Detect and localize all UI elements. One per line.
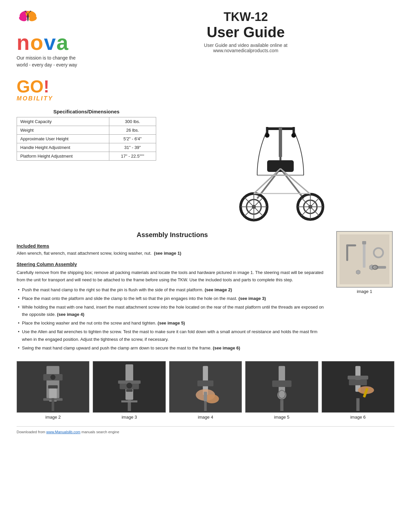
mobility-text: MOBILITY (17, 95, 53, 102)
assembly-text: Assembly Instructions Included Items All… (17, 231, 328, 353)
image1-box (336, 231, 393, 288)
spec-label: Weight Capacity (17, 117, 109, 126)
nova-logo: n o v a (17, 32, 68, 53)
svg-rect-80 (349, 379, 367, 385)
image1-label: image 1 (357, 289, 372, 294)
step-ref: (see image 3) (239, 296, 266, 301)
logo-letter-v: v (44, 32, 56, 53)
step-ref: (see image 4) (57, 312, 84, 317)
assembly-body: Carefully remove from the shipping box; … (17, 269, 328, 352)
bottom-img-label-4: image 4 (198, 415, 213, 420)
bottom-image-item: image 4 (169, 361, 242, 420)
bottom-img-box-2 (17, 361, 89, 413)
steering-column-title: Steering Column Assembly (17, 262, 328, 267)
bottom-image-item: image 2 (17, 361, 89, 420)
specs-row: Platform Height Adjustment17" - 22.5""" (17, 152, 156, 161)
bottom-images-section: image 2 image 3 (17, 361, 394, 420)
manualslib-link[interactable]: www.Manualslib.com (46, 430, 80, 434)
specs-table: Weight Capacity300 lbs.Weight26 lbs.Appr… (17, 117, 156, 161)
included-items-text: Allen wrench, flat wrench, mast attachme… (17, 250, 328, 257)
svg-rect-66 (197, 380, 213, 386)
spec-label: Weight (17, 126, 109, 135)
bottom-image-item: image 3 (93, 361, 165, 420)
bottom-img-label-6: image 6 (350, 415, 365, 420)
image1-svg (340, 234, 389, 284)
included-items-ref: (see image 1) (154, 251, 181, 256)
step-ref: (see image 2) (205, 287, 232, 292)
assembly-steps-list: Push the mast hand clamp to the right so… (17, 286, 328, 352)
logo-letter-n: n (17, 32, 30, 53)
svg-rect-39 (346, 244, 356, 246)
logo-letter-o: o (30, 32, 43, 53)
product-title: User Guide (97, 24, 394, 41)
svg-rect-41 (362, 241, 366, 244)
svg-rect-52 (48, 385, 58, 388)
assembly-intro: Carefully remove from the shipping box; … (17, 269, 328, 284)
svg-rect-40 (363, 241, 365, 268)
bottom-img-box-5 (245, 361, 318, 413)
svg-rect-69 (204, 392, 207, 401)
bottom-img-box-6 (322, 361, 394, 413)
svg-rect-81 (348, 375, 368, 379)
go-text: GO (17, 77, 44, 96)
bottom-img-label-5: image 5 (274, 415, 289, 420)
svg-rect-45 (374, 266, 386, 269)
specs-section: Specifications/Dimensiones Weight Capaci… (17, 109, 156, 222)
bottom-image-item: image 6 (322, 361, 394, 420)
svg-point-51 (51, 374, 56, 380)
product-id: TKW-12 (97, 10, 394, 24)
svg-marker-47 (356, 270, 360, 274)
specs-row: Handle Height Adjustment31" - 39" (17, 143, 156, 152)
svg-rect-19 (267, 160, 294, 172)
product-image-section (166, 109, 394, 222)
logo-section: n o v a Our mission is to change the wor… (17, 10, 77, 102)
assembly-step: Place the locking washer and the nut ont… (17, 320, 328, 327)
svg-point-8 (30, 11, 31, 12)
included-items-title: Included Items (17, 243, 328, 249)
image1-side: image 1 (335, 231, 394, 353)
specs-row: Approximate User Height5'2" - 6'4" (17, 135, 156, 143)
spec-value: 26 lbs. (109, 126, 156, 135)
bottom-img-box-3 (93, 361, 165, 413)
title-section: TKW-12 User Guide User Guide and video a… (77, 10, 394, 53)
assembly-step: Push the mast hand clamp to the right so… (17, 286, 328, 294)
go-mobility-logo: GO! MOBILITY (17, 78, 53, 102)
assembly-step: Place the mast onto the platform and sli… (17, 295, 328, 302)
content-top: Specifications/Dimensiones Weight Capaci… (17, 109, 394, 222)
spec-label: Approximate User Height (17, 135, 109, 143)
specs-title: Specifications/Dimensiones (17, 109, 156, 114)
spec-value: 31" - 39" (109, 143, 156, 152)
spec-value: 5'2" - 6'4" (109, 135, 156, 143)
assembly-step: Swing the mast hand clamp upward and pus… (17, 344, 328, 352)
svg-rect-73 (272, 380, 291, 387)
butterfly-icon (18, 10, 38, 26)
spec-value: 300 lbs. (109, 117, 156, 126)
specs-row: Weight26 lbs. (17, 126, 156, 135)
exclaim-text: ! (44, 77, 49, 96)
logo-letter-a: a (56, 32, 68, 53)
subtitle: User Guide and video available online at… (97, 43, 394, 53)
assembly-step: Use the Allen and flat wrenches to tight… (17, 328, 328, 343)
svg-rect-61 (126, 389, 132, 392)
mission-text: Our mission is to change the world - eve… (17, 55, 77, 68)
assembly-step: While holding the mast with one hand, in… (17, 304, 328, 318)
svg-point-6 (25, 11, 26, 12)
product-image (217, 109, 344, 222)
specs-row: Weight Capacity300 lbs. (17, 117, 156, 126)
svg-rect-38 (346, 244, 348, 261)
bottom-image-item: image 5 (245, 361, 318, 420)
assembly-section: Assembly Instructions Included Items All… (17, 231, 394, 353)
spec-label: Handle Height Adjustment (17, 143, 109, 152)
svg-point-4 (27, 13, 29, 21)
assembly-title: Assembly Instructions (17, 231, 328, 239)
step-ref: (see image 5) (157, 321, 185, 326)
svg-point-44 (376, 251, 380, 255)
spec-value: 17" - 22.5""" (109, 152, 156, 161)
svg-line-35 (280, 169, 310, 194)
page-header: n o v a Our mission is to change the wor… (17, 10, 394, 102)
step-ref: (see image 6) (213, 345, 240, 350)
svg-point-60 (126, 383, 132, 388)
spec-label: Platform Height Adjustment (17, 152, 109, 161)
bottom-img-label-2: image 2 (46, 415, 61, 420)
svg-line-34 (254, 169, 280, 194)
